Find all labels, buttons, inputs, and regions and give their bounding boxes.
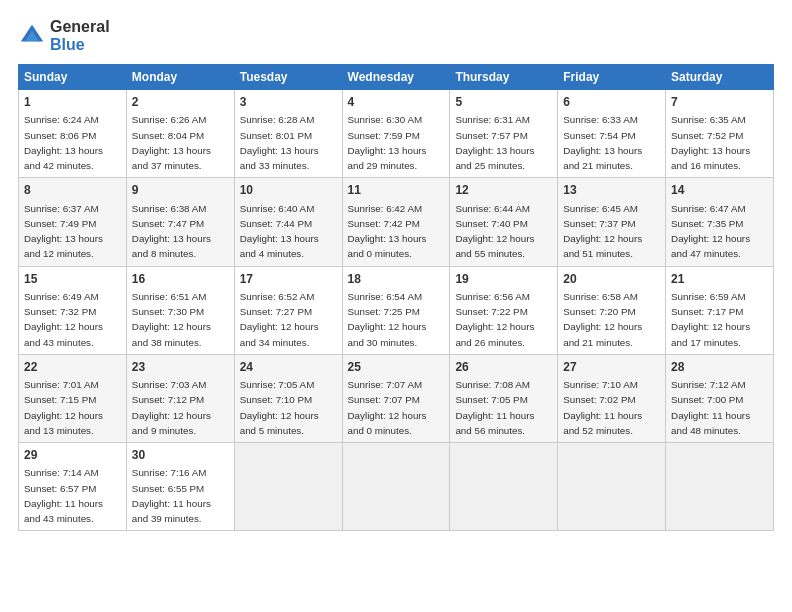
calendar-cell: 3Sunrise: 6:28 AM Sunset: 8:01 PM Daylig… (234, 90, 342, 178)
calendar-cell: 27Sunrise: 7:10 AM Sunset: 7:02 PM Dayli… (558, 354, 666, 442)
calendar-cell: 1Sunrise: 6:24 AM Sunset: 8:06 PM Daylig… (19, 90, 127, 178)
day-number: 12 (455, 182, 552, 199)
day-info: Sunrise: 7:12 AM Sunset: 7:00 PM Dayligh… (671, 379, 750, 436)
logo-icon (18, 22, 46, 50)
day-info: Sunrise: 7:14 AM Sunset: 6:57 PM Dayligh… (24, 467, 103, 524)
calendar-cell: 22Sunrise: 7:01 AM Sunset: 7:15 PM Dayli… (19, 354, 127, 442)
day-info: Sunrise: 6:52 AM Sunset: 7:27 PM Dayligh… (240, 291, 319, 348)
day-number: 13 (563, 182, 660, 199)
day-info: Sunrise: 6:35 AM Sunset: 7:52 PM Dayligh… (671, 114, 750, 171)
calendar-cell: 6Sunrise: 6:33 AM Sunset: 7:54 PM Daylig… (558, 90, 666, 178)
calendar-cell: 23Sunrise: 7:03 AM Sunset: 7:12 PM Dayli… (126, 354, 234, 442)
col-header-saturday: Saturday (666, 65, 774, 90)
calendar-cell (342, 443, 450, 531)
col-header-friday: Friday (558, 65, 666, 90)
calendar-cell: 13Sunrise: 6:45 AM Sunset: 7:37 PM Dayli… (558, 178, 666, 266)
day-info: Sunrise: 7:05 AM Sunset: 7:10 PM Dayligh… (240, 379, 319, 436)
day-number: 16 (132, 271, 229, 288)
day-number: 14 (671, 182, 768, 199)
calendar-cell: 29Sunrise: 7:14 AM Sunset: 6:57 PM Dayli… (19, 443, 127, 531)
week-row: 15Sunrise: 6:49 AM Sunset: 7:32 PM Dayli… (19, 266, 774, 354)
day-number: 23 (132, 359, 229, 376)
week-row: 8Sunrise: 6:37 AM Sunset: 7:49 PM Daylig… (19, 178, 774, 266)
calendar-cell (234, 443, 342, 531)
calendar-cell: 24Sunrise: 7:05 AM Sunset: 7:10 PM Dayli… (234, 354, 342, 442)
logo: General Blue (18, 18, 110, 54)
day-info: Sunrise: 6:45 AM Sunset: 7:37 PM Dayligh… (563, 203, 642, 260)
day-number: 22 (24, 359, 121, 376)
col-header-thursday: Thursday (450, 65, 558, 90)
calendar-cell: 14Sunrise: 6:47 AM Sunset: 7:35 PM Dayli… (666, 178, 774, 266)
calendar-cell: 16Sunrise: 6:51 AM Sunset: 7:30 PM Dayli… (126, 266, 234, 354)
day-info: Sunrise: 6:30 AM Sunset: 7:59 PM Dayligh… (348, 114, 427, 171)
day-number: 3 (240, 94, 337, 111)
calendar-cell: 5Sunrise: 6:31 AM Sunset: 7:57 PM Daylig… (450, 90, 558, 178)
day-number: 8 (24, 182, 121, 199)
week-row: 29Sunrise: 7:14 AM Sunset: 6:57 PM Dayli… (19, 443, 774, 531)
logo-text: General Blue (50, 18, 110, 54)
calendar-cell: 8Sunrise: 6:37 AM Sunset: 7:49 PM Daylig… (19, 178, 127, 266)
calendar-cell: 20Sunrise: 6:58 AM Sunset: 7:20 PM Dayli… (558, 266, 666, 354)
day-info: Sunrise: 6:58 AM Sunset: 7:20 PM Dayligh… (563, 291, 642, 348)
day-info: Sunrise: 6:56 AM Sunset: 7:22 PM Dayligh… (455, 291, 534, 348)
week-row: 22Sunrise: 7:01 AM Sunset: 7:15 PM Dayli… (19, 354, 774, 442)
calendar-cell (450, 443, 558, 531)
calendar-cell: 21Sunrise: 6:59 AM Sunset: 7:17 PM Dayli… (666, 266, 774, 354)
calendar-cell: 12Sunrise: 6:44 AM Sunset: 7:40 PM Dayli… (450, 178, 558, 266)
day-number: 24 (240, 359, 337, 376)
day-number: 27 (563, 359, 660, 376)
col-header-wednesday: Wednesday (342, 65, 450, 90)
day-number: 15 (24, 271, 121, 288)
day-number: 17 (240, 271, 337, 288)
day-info: Sunrise: 7:03 AM Sunset: 7:12 PM Dayligh… (132, 379, 211, 436)
day-number: 20 (563, 271, 660, 288)
day-info: Sunrise: 7:07 AM Sunset: 7:07 PM Dayligh… (348, 379, 427, 436)
day-info: Sunrise: 6:49 AM Sunset: 7:32 PM Dayligh… (24, 291, 103, 348)
calendar-cell: 2Sunrise: 6:26 AM Sunset: 8:04 PM Daylig… (126, 90, 234, 178)
day-info: Sunrise: 6:31 AM Sunset: 7:57 PM Dayligh… (455, 114, 534, 171)
col-header-sunday: Sunday (19, 65, 127, 90)
day-number: 29 (24, 447, 121, 464)
calendar-cell: 25Sunrise: 7:07 AM Sunset: 7:07 PM Dayli… (342, 354, 450, 442)
day-number: 1 (24, 94, 121, 111)
calendar-table: SundayMondayTuesdayWednesdayThursdayFrid… (18, 64, 774, 531)
calendar-cell: 26Sunrise: 7:08 AM Sunset: 7:05 PM Dayli… (450, 354, 558, 442)
calendar-cell: 4Sunrise: 6:30 AM Sunset: 7:59 PM Daylig… (342, 90, 450, 178)
day-number: 10 (240, 182, 337, 199)
day-info: Sunrise: 6:24 AM Sunset: 8:06 PM Dayligh… (24, 114, 103, 171)
calendar-cell: 28Sunrise: 7:12 AM Sunset: 7:00 PM Dayli… (666, 354, 774, 442)
calendar-cell: 17Sunrise: 6:52 AM Sunset: 7:27 PM Dayli… (234, 266, 342, 354)
day-info: Sunrise: 6:28 AM Sunset: 8:01 PM Dayligh… (240, 114, 319, 171)
day-number: 30 (132, 447, 229, 464)
calendar-cell (666, 443, 774, 531)
day-info: Sunrise: 6:51 AM Sunset: 7:30 PM Dayligh… (132, 291, 211, 348)
day-info: Sunrise: 7:08 AM Sunset: 7:05 PM Dayligh… (455, 379, 534, 436)
col-header-tuesday: Tuesday (234, 65, 342, 90)
day-number: 19 (455, 271, 552, 288)
week-row: 1Sunrise: 6:24 AM Sunset: 8:06 PM Daylig… (19, 90, 774, 178)
calendar-cell: 9Sunrise: 6:38 AM Sunset: 7:47 PM Daylig… (126, 178, 234, 266)
day-info: Sunrise: 7:10 AM Sunset: 7:02 PM Dayligh… (563, 379, 642, 436)
day-info: Sunrise: 6:54 AM Sunset: 7:25 PM Dayligh… (348, 291, 427, 348)
day-number: 21 (671, 271, 768, 288)
calendar-cell: 18Sunrise: 6:54 AM Sunset: 7:25 PM Dayli… (342, 266, 450, 354)
day-number: 25 (348, 359, 445, 376)
header: General Blue (18, 18, 774, 54)
day-info: Sunrise: 7:16 AM Sunset: 6:55 PM Dayligh… (132, 467, 211, 524)
day-number: 9 (132, 182, 229, 199)
day-number: 6 (563, 94, 660, 111)
day-info: Sunrise: 6:33 AM Sunset: 7:54 PM Dayligh… (563, 114, 642, 171)
day-info: Sunrise: 6:26 AM Sunset: 8:04 PM Dayligh… (132, 114, 211, 171)
calendar-cell: 19Sunrise: 6:56 AM Sunset: 7:22 PM Dayli… (450, 266, 558, 354)
day-number: 2 (132, 94, 229, 111)
calendar-cell: 30Sunrise: 7:16 AM Sunset: 6:55 PM Dayli… (126, 443, 234, 531)
col-header-monday: Monday (126, 65, 234, 90)
day-number: 5 (455, 94, 552, 111)
day-info: Sunrise: 6:42 AM Sunset: 7:42 PM Dayligh… (348, 203, 427, 260)
calendar-cell (558, 443, 666, 531)
day-number: 26 (455, 359, 552, 376)
day-info: Sunrise: 6:47 AM Sunset: 7:35 PM Dayligh… (671, 203, 750, 260)
day-info: Sunrise: 6:40 AM Sunset: 7:44 PM Dayligh… (240, 203, 319, 260)
day-info: Sunrise: 7:01 AM Sunset: 7:15 PM Dayligh… (24, 379, 103, 436)
calendar-cell: 11Sunrise: 6:42 AM Sunset: 7:42 PM Dayli… (342, 178, 450, 266)
